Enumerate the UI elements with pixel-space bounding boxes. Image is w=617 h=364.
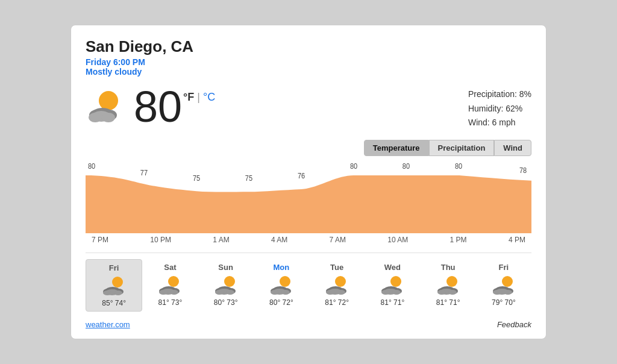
svg-point-37 — [280, 276, 290, 287]
svg-text:80: 80 — [88, 163, 95, 171]
forecast-sun[interactable]: Sun 80° 73° — [198, 259, 254, 312]
daily-forecast: Fri 85° 74° Sat — [86, 253, 531, 312]
unit-c[interactable]: °C — [203, 91, 215, 103]
day-icon-mon — [268, 274, 295, 296]
weather-source-link[interactable]: weather.com — [86, 320, 130, 329]
svg-point-43 — [281, 290, 290, 295]
svg-point-58 — [446, 276, 457, 287]
day-temps-mon: 80° 72° — [256, 298, 307, 307]
day-temps-sat: 81° 73° — [145, 298, 195, 307]
svg-point-16 — [112, 277, 123, 287]
forecast-fri2[interactable]: Fri 79° 70° — [476, 259, 531, 312]
day-label-sat: Sat — [145, 263, 195, 272]
day-label-wed: Wed — [367, 263, 418, 272]
svg-text:75: 75 — [193, 174, 200, 182]
svg-point-44 — [335, 276, 346, 287]
date-time: Friday 6:00 PM — [86, 57, 531, 67]
svg-point-35 — [215, 290, 224, 295]
day-icon-sat — [157, 274, 183, 296]
weather-details: Precipitation: 8% Humidity: 62% Wind: 6 … — [468, 87, 531, 130]
svg-point-70 — [493, 290, 501, 295]
forecast-wed[interactable]: Wed 81° 71° — [365, 259, 420, 312]
day-icon-wed — [379, 274, 406, 296]
day-label-mon: Mon — [256, 263, 307, 272]
day-label-tue: Tue — [312, 263, 362, 272]
forecast-thu[interactable]: Thu 81° 71° — [421, 259, 476, 312]
tab-precipitation[interactable]: Precipitation — [429, 140, 495, 156]
svg-point-22 — [114, 290, 122, 295]
weather-widget: San Diego, CA Friday 6:00 PM Mostly clou… — [70, 25, 547, 339]
current-weather-icon — [86, 89, 128, 125]
time-label-4: 7 AM — [330, 236, 346, 244]
day-label-fri2: Fri — [478, 263, 529, 272]
svg-point-0 — [99, 91, 118, 110]
day-label-fri: Fri — [89, 263, 139, 272]
day-icon-thu — [435, 274, 462, 296]
city-name: San Diego, CA — [86, 37, 531, 56]
tab-wind[interactable]: Wind — [494, 140, 531, 156]
forecast-fri-active[interactable]: Fri 85° 74° — [86, 259, 142, 312]
svg-text:75: 75 — [245, 174, 252, 182]
time-label-3: 4 AM — [271, 236, 287, 244]
unit-toggle[interactable]: °F | °C — [183, 91, 215, 103]
time-label-6: 1 PM — [450, 236, 467, 244]
condition: Mostly cloudy — [86, 67, 531, 77]
unit-sep: | — [194, 91, 203, 103]
time-labels: 7 PM 10 PM 1 AM 4 AM 7 AM 10 AM 1 PM 4 P… — [86, 236, 531, 244]
svg-point-23 — [168, 276, 179, 287]
day-icon-sun — [213, 274, 239, 296]
temperature-chart: 80 77 75 75 76 80 80 80 78 — [86, 161, 531, 233]
unit-f[interactable]: °F — [183, 91, 194, 103]
wind-detail: Wind: 6 mph — [468, 116, 531, 130]
svg-point-36 — [226, 290, 234, 295]
humidity-detail: Humidity: 62% — [468, 102, 531, 116]
svg-point-57 — [392, 290, 401, 295]
svg-point-64 — [448, 290, 457, 295]
temp-section: 80 °F | °C — [86, 85, 215, 128]
svg-text:76: 76 — [298, 172, 305, 180]
day-icon-tue — [324, 274, 350, 296]
current-weather-row: 80 °F | °C Precipitation: 8% Humidity: 6… — [86, 85, 531, 130]
time-label-2: 1 AM — [213, 236, 229, 244]
day-icon-fri2 — [490, 274, 517, 296]
svg-point-5 — [89, 113, 102, 122]
day-temps-tue: 81° 72° — [312, 298, 362, 307]
day-temps-fri: 85° 74° — [89, 299, 139, 307]
forecast-mon[interactable]: Mon 80° 72° — [254, 259, 309, 312]
svg-text:80: 80 — [402, 163, 410, 171]
svg-text:80: 80 — [455, 163, 462, 171]
header-section: San Diego, CA Friday 6:00 PM Mostly clou… — [86, 37, 531, 77]
day-temps-thu: 81° 71° — [423, 298, 474, 307]
forecast-tue[interactable]: Tue 81° 72° — [309, 259, 365, 312]
day-label-thu: Thu — [423, 263, 474, 272]
svg-point-51 — [390, 276, 401, 287]
time-label-7: 4 PM — [509, 236, 525, 244]
precipitation-detail: Precipitation: 8% — [468, 87, 531, 102]
feedback-link[interactable]: Feedback — [497, 320, 531, 329]
day-temps-sun: 80° 73° — [201, 298, 251, 307]
footer: weather.com Feedback — [86, 320, 531, 329]
time-label-5: 10 AM — [387, 236, 408, 244]
svg-point-65 — [502, 276, 513, 287]
svg-text:80: 80 — [350, 163, 357, 171]
svg-point-30 — [224, 276, 235, 287]
svg-point-21 — [103, 290, 111, 295]
time-label-0: 7 PM — [92, 236, 108, 244]
svg-point-56 — [381, 290, 390, 295]
current-temp: 80 — [134, 85, 182, 128]
svg-point-29 — [170, 290, 178, 295]
forecast-sat[interactable]: Sat 81° 73° — [142, 259, 198, 312]
tab-temperature[interactable]: Temperature — [364, 140, 429, 156]
svg-text:78: 78 — [519, 166, 527, 174]
day-icon-fri — [101, 275, 127, 297]
svg-point-28 — [159, 290, 168, 295]
time-label-1: 10 PM — [150, 236, 171, 244]
svg-point-6 — [102, 113, 115, 122]
day-temps-wed: 81° 71° — [367, 298, 418, 307]
svg-point-42 — [271, 290, 279, 295]
svg-point-63 — [437, 290, 446, 295]
day-label-sun: Sun — [201, 263, 251, 272]
chart-tabs: Temperature Precipitation Wind — [86, 140, 531, 156]
svg-point-49 — [326, 290, 334, 295]
svg-point-50 — [337, 290, 345, 295]
